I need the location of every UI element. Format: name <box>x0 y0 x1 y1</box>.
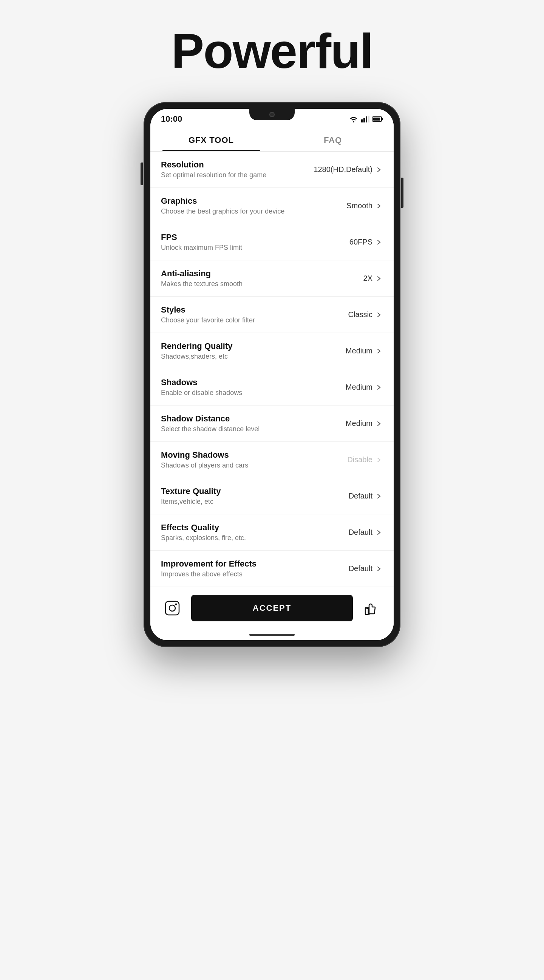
setting-title-shadows: Shadows <box>161 377 323 387</box>
chevron-icon-fps <box>376 239 383 246</box>
setting-desc-resolution: Set optimal resolution for the game <box>161 171 306 179</box>
svg-rect-0 <box>361 119 363 123</box>
setting-value-effects: Default <box>349 528 373 537</box>
setting-left-rendering: Rendering Quality Shadows,shaders, etc <box>161 341 330 361</box>
chevron-icon-moving-shadows <box>376 456 383 464</box>
bottom-bar: ACCEPT <box>151 587 393 629</box>
thumbsup-icon[interactable] <box>360 597 383 619</box>
setting-title-graphics: Graphics <box>161 196 323 206</box>
status-icons <box>349 116 383 123</box>
setting-desc-styles: Choose your favorite color filter <box>161 317 323 324</box>
setting-value-moving-shadows: Disable <box>347 455 373 464</box>
chevron-icon-improvement <box>376 565 383 573</box>
setting-title-shadow-distance: Shadow Distance <box>161 414 323 424</box>
setting-value-styles: Classic <box>348 310 373 319</box>
setting-row-graphics[interactable]: Graphics Choose the best graphics for yo… <box>151 188 393 224</box>
setting-right-rendering[interactable]: Medium <box>330 347 383 355</box>
setting-left-texture: Texture Quality Items,vehicle, etc <box>161 487 330 506</box>
tabs-container: GFX TOOL FAQ <box>151 127 393 151</box>
instagram-icon[interactable] <box>161 597 184 619</box>
setting-row-fps[interactable]: FPS Unlock maximum FPS limit 60FPS <box>151 224 393 260</box>
chevron-icon-graphics <box>376 202 383 210</box>
home-indicator <box>151 629 393 640</box>
setting-title-resolution: Resolution <box>161 160 306 170</box>
setting-right-shadows[interactable]: Medium <box>330 383 383 391</box>
setting-left-resolution: Resolution Set optimal resolution for th… <box>161 160 314 179</box>
setting-right-effects[interactable]: Default <box>330 528 383 537</box>
setting-row-improvement[interactable]: Improvement for Effects Improves the abo… <box>151 550 393 587</box>
setting-title-styles: Styles <box>161 305 323 315</box>
tab-faq[interactable]: FAQ <box>272 127 393 151</box>
setting-value-antialiasing: 2X <box>363 274 373 283</box>
svg-rect-3 <box>368 116 370 123</box>
setting-row-texture[interactable]: Texture Quality Items,vehicle, etc Defau… <box>151 478 393 514</box>
settings-list: Resolution Set optimal resolution for th… <box>151 151 393 587</box>
setting-desc-texture: Items,vehicle, etc <box>161 498 323 506</box>
notch <box>249 109 295 120</box>
svg-rect-7 <box>165 601 179 615</box>
wifi-icon <box>349 116 358 123</box>
setting-title-antialiasing: Anti-aliasing <box>161 269 323 278</box>
setting-left-styles: Styles Choose your favorite color filter <box>161 305 330 324</box>
setting-row-shadows[interactable]: Shadows Enable or disable shadows Medium <box>151 369 393 406</box>
setting-right-improvement[interactable]: Default <box>330 564 383 573</box>
svg-rect-5 <box>382 118 383 120</box>
setting-row-antialiasing[interactable]: Anti-aliasing Makes the textures smooth … <box>151 260 393 297</box>
setting-desc-shadows: Enable or disable shadows <box>161 389 323 397</box>
svg-point-9 <box>175 604 177 605</box>
signal-icon <box>361 116 370 123</box>
setting-left-effects: Effects Quality Sparks, explosions, fire… <box>161 523 330 542</box>
svg-point-8 <box>169 605 175 611</box>
setting-value-texture: Default <box>349 492 373 500</box>
setting-desc-effects: Sparks, explosions, fire, etc. <box>161 534 323 542</box>
setting-desc-rendering: Shadows,shaders, etc <box>161 353 323 361</box>
setting-row-styles[interactable]: Styles Choose your favorite color filter… <box>151 297 393 333</box>
setting-title-fps: FPS <box>161 232 323 242</box>
setting-right-shadow-distance[interactable]: Medium <box>330 419 383 428</box>
chevron-icon-styles <box>376 311 383 318</box>
setting-value-rendering: Medium <box>346 347 373 355</box>
setting-right-resolution[interactable]: 1280(HD,Default) <box>314 165 383 174</box>
setting-right-texture[interactable]: Default <box>330 492 383 500</box>
battery-icon <box>373 116 383 123</box>
setting-value-resolution: 1280(HD,Default) <box>314 165 373 174</box>
setting-title-rendering: Rendering Quality <box>161 341 323 351</box>
svg-rect-1 <box>363 118 365 123</box>
setting-right-graphics[interactable]: Smooth <box>330 202 383 210</box>
setting-title-moving-shadows: Moving Shadows <box>161 450 323 460</box>
setting-left-moving-shadows: Moving Shadows Shadows of players and ca… <box>161 450 330 469</box>
setting-value-graphics: Smooth <box>346 202 373 210</box>
setting-row-shadow-distance[interactable]: Shadow Distance Select the shadow distan… <box>151 406 393 442</box>
tab-gfx-tool[interactable]: GFX TOOL <box>151 127 272 151</box>
setting-right-antialiasing[interactable]: 2X <box>330 274 383 283</box>
setting-left-shadow-distance: Shadow Distance Select the shadow distan… <box>161 414 330 433</box>
status-time: 10:00 <box>161 114 182 124</box>
setting-value-fps: 60FPS <box>349 238 373 247</box>
setting-row-resolution[interactable]: Resolution Set optimal resolution for th… <box>151 151 393 188</box>
svg-rect-6 <box>373 118 380 121</box>
setting-right-fps[interactable]: 60FPS <box>330 238 383 247</box>
setting-left-shadows: Shadows Enable or disable shadows <box>161 377 330 397</box>
setting-left-antialiasing: Anti-aliasing Makes the textures smooth <box>161 269 330 288</box>
setting-desc-moving-shadows: Shadows of players and cars <box>161 461 323 469</box>
setting-desc-fps: Unlock maximum FPS limit <box>161 244 323 252</box>
setting-desc-shadow-distance: Select the shadow distance level <box>161 425 323 433</box>
chevron-icon-shadow-distance <box>376 420 383 428</box>
setting-left-graphics: Graphics Choose the best graphics for yo… <box>161 196 330 215</box>
chevron-icon-effects <box>376 529 383 536</box>
setting-title-texture: Texture Quality <box>161 487 323 496</box>
setting-row-effects[interactable]: Effects Quality Sparks, explosions, fire… <box>151 514 393 550</box>
setting-value-shadow-distance: Medium <box>346 419 373 428</box>
page-title: Powerful <box>171 23 373 80</box>
setting-right-styles[interactable]: Classic <box>330 310 383 319</box>
setting-value-shadows: Medium <box>346 383 373 391</box>
accept-button[interactable]: ACCEPT <box>191 595 353 621</box>
setting-row-moving-shadows: Moving Shadows Shadows of players and ca… <box>151 442 393 478</box>
chevron-icon-rendering <box>376 347 383 355</box>
chevron-icon-resolution <box>376 166 383 173</box>
phone-screen: 10:00 <box>151 109 393 640</box>
svg-rect-2 <box>366 116 367 123</box>
setting-desc-graphics: Choose the best graphics for your device <box>161 207 323 215</box>
status-bar: 10:00 <box>151 109 393 127</box>
setting-row-rendering[interactable]: Rendering Quality Shadows,shaders, etc M… <box>151 333 393 369</box>
